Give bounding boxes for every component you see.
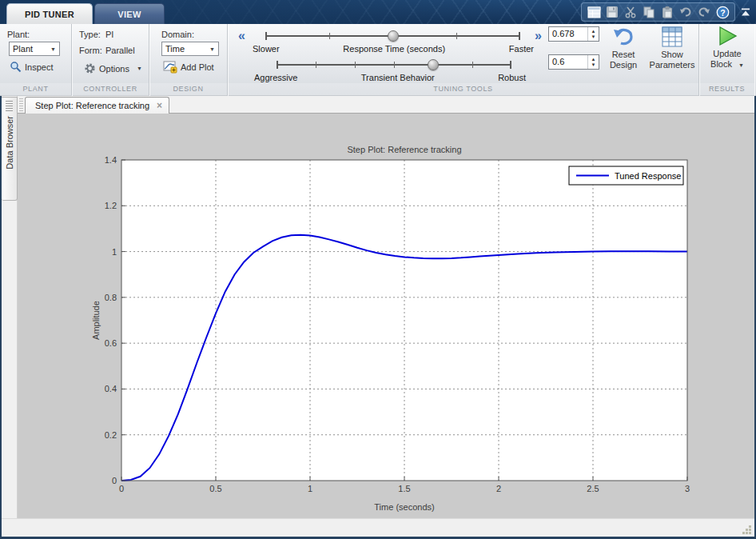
help-icon[interactable]: ?	[714, 4, 730, 20]
chevron-down-icon: ▼	[137, 66, 142, 71]
table-icon	[662, 26, 682, 47]
transient-behavior-label: Transient Behavior	[361, 73, 435, 82]
tick-label-x: 3	[685, 484, 690, 493]
ribbon: Plant: Plant▼ Inspect PLANT Type: PI For…	[0, 24, 756, 96]
section-label-tuning-tools: TUNING TOOLS	[228, 83, 698, 96]
tick-label-x: 2	[496, 484, 501, 493]
aggressive-label: Aggressive	[254, 73, 297, 82]
slider-cap	[277, 61, 278, 69]
faster-label: Faster	[509, 44, 534, 54]
tab-pid-tuner-label: PID TUNER	[25, 10, 74, 19]
domain-label: Domain:	[161, 30, 194, 39]
document-tab-step-plot[interactable]: Step Plot: Reference tracking ×	[25, 97, 169, 114]
slider-cap	[519, 32, 520, 40]
plot-panel: 00.511.522.5300.20.40.60.811.21.4Step Pl…	[18, 114, 754, 518]
svg-text:?: ?	[720, 7, 725, 17]
spin-down-icon[interactable]: ▼	[591, 62, 596, 68]
section-plant: Plant: Plant▼ Inspect PLANT	[0, 24, 72, 96]
show-parameters-label-2: Parameters	[650, 60, 695, 70]
resize-grip-icon[interactable]	[742, 525, 752, 535]
quick-access-toolbar: ?	[581, 2, 735, 22]
show-parameters-label-1: Show	[661, 50, 683, 59]
reset-design-label-1: Reset	[612, 50, 635, 59]
response-time-slider-handle[interactable]	[388, 30, 399, 42]
tick-label-x: 1	[308, 484, 312, 493]
tick-label-x: 1.5	[398, 484, 410, 493]
tick-label-y: 0.4	[105, 384, 117, 393]
robust-label: Robust	[498, 73, 526, 82]
redo-icon[interactable]	[696, 4, 712, 20]
statusbar	[2, 518, 754, 537]
paste-icon[interactable]	[659, 4, 675, 20]
transient-behavior-slider-handle[interactable]	[428, 59, 439, 70]
spinner-arrows[interactable]: ▲▼	[587, 55, 599, 69]
response-time-value[interactable]: 0.678	[549, 27, 587, 41]
tab-pid-tuner[interactable]: PID TUNER	[6, 3, 93, 24]
form-value: Parallel	[105, 46, 135, 55]
step-plot-figure: 00.511.522.5300.20.40.60.811.21.4Step Pl…	[18, 114, 754, 518]
response-slider-labels: Slower Response Time (seconds) Faster	[253, 44, 534, 54]
behavior-slider-labels: Aggressive Transient Behavior Robust	[254, 73, 526, 82]
options-label: Options	[99, 64, 129, 74]
tick-label-x: 2.5	[587, 484, 599, 493]
data-browser-tab[interactable]: Data Browser	[2, 97, 18, 201]
slower-step-icon[interactable]: «	[238, 30, 245, 42]
drag-grip-icon	[6, 101, 13, 111]
slider-tick	[394, 62, 395, 68]
inspect-button[interactable]: Inspect	[10, 61, 53, 73]
section-label-results: RESULTS	[699, 83, 754, 96]
tick-label-y: 1	[112, 247, 117, 257]
section-label-controller: CONTROLLER	[72, 83, 149, 96]
tab-view-label: VIEW	[117, 10, 141, 19]
layout-icon[interactable]	[586, 4, 602, 20]
add-plot-button[interactable]: Add Plot	[163, 61, 214, 74]
reset-design-button[interactable]: ResetDesign	[602, 26, 645, 70]
spin-down-icon[interactable]: ▼	[591, 34, 596, 40]
slower-label: Slower	[253, 44, 280, 54]
reset-undo-icon	[612, 26, 635, 47]
save-icon[interactable]	[604, 4, 620, 20]
copy-icon[interactable]	[641, 4, 657, 20]
faster-step-icon[interactable]: »	[535, 30, 542, 42]
transient-behavior-slider[interactable]	[277, 58, 511, 71]
magnifier-icon	[10, 61, 22, 73]
response-time-spinbox[interactable]: 0.678 ▲▼	[548, 26, 599, 42]
spin-up-icon[interactable]: ▲	[591, 29, 596, 34]
undo-icon[interactable]	[678, 4, 694, 20]
add-plot-label: Add Plot	[181, 62, 214, 72]
slider-tick	[456, 33, 457, 39]
tick-label-y: 1.4	[105, 155, 117, 165]
update-block-button[interactable]: UpdateBlock ▼	[705, 26, 750, 70]
plant-dropdown-value: Plant	[13, 44, 33, 54]
spinner-arrows[interactable]: ▲▼	[587, 27, 599, 41]
tab-view[interactable]: VIEW	[94, 3, 165, 24]
plot-title: Step Plot: Reference tracking	[347, 145, 461, 154]
tick-label-y: 1.2	[105, 201, 117, 210]
response-time-label: Response Time (seconds)	[343, 44, 445, 54]
transient-behavior-spinbox[interactable]: 0.6 ▲▼	[548, 54, 599, 70]
minimize-ribbon-icon[interactable]	[739, 5, 752, 19]
x-axis-label: Time (seconds)	[374, 502, 434, 512]
inspect-label: Inspect	[25, 62, 53, 72]
gear-icon	[84, 62, 96, 74]
section-results: UpdateBlock ▼ RESULTS	[699, 24, 754, 96]
tick-label-y: 0.8	[105, 293, 117, 302]
show-parameters-button[interactable]: ShowParameters	[647, 26, 698, 70]
section-design: Domain: Time▼ Add Plot DESIGN	[149, 24, 228, 96]
chevron-down-icon: ▼	[209, 46, 215, 52]
tick-label-x: 0.5	[209, 484, 221, 493]
domain-dropdown[interactable]: Time▼	[161, 42, 219, 56]
slider-tick	[472, 62, 473, 68]
options-button[interactable]: Options ▼	[84, 62, 142, 74]
plant-dropdown[interactable]: Plant▼	[9, 42, 60, 56]
tick-label-y: 0	[112, 476, 117, 485]
response-time-slider[interactable]	[265, 30, 520, 42]
transient-behavior-value[interactable]: 0.6	[549, 55, 587, 69]
cut-icon[interactable]	[623, 4, 639, 20]
spin-up-icon[interactable]: ▲	[591, 57, 596, 62]
close-icon[interactable]: ×	[157, 100, 162, 111]
document-tab-label: Step Plot: Reference tracking	[35, 101, 149, 110]
add-plot-icon	[163, 61, 177, 74]
titlebar: PID TUNER VIEW	[0, 0, 756, 24]
domain-dropdown-value: Time	[165, 44, 185, 54]
